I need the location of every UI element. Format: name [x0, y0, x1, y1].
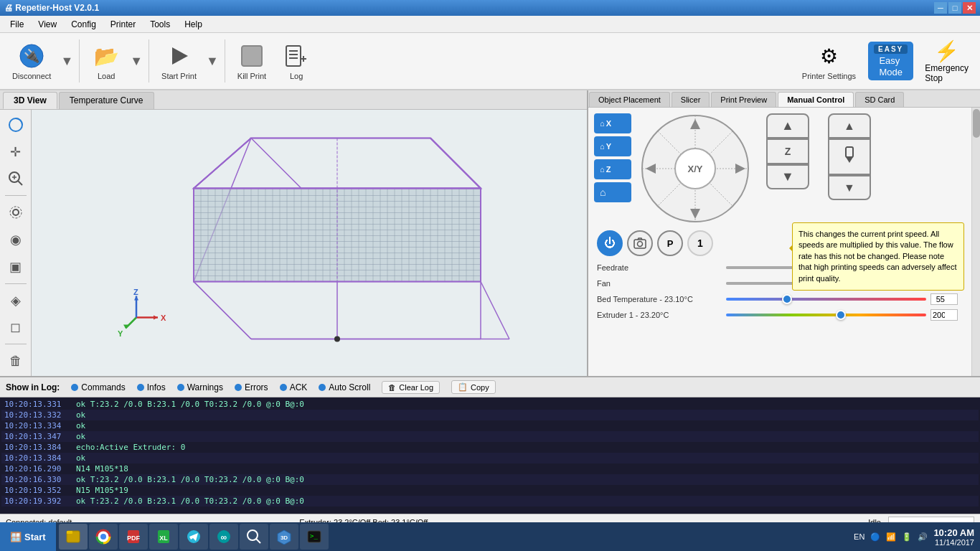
z-up-button[interactable]: ▲	[766, 113, 809, 138]
extruder-number-button[interactable]: 1	[687, 230, 713, 256]
sidebar-sep-1	[5, 195, 27, 196]
tab-3d-view[interactable]: 3D View	[3, 92, 57, 109]
disconnect-button[interactable]: 🔌 Disconnect	[6, 38, 57, 84]
taskbar-app-terminal[interactable]: >_	[300, 524, 329, 550]
printer-settings-button[interactable]: ⚙ Printer Settings	[796, 38, 862, 84]
manual-control-panel: ⌂ X ⌂ Y ⌂ Z ⌂	[588, 108, 971, 376]
tab-manual-control[interactable]: Manual Control	[778, 92, 854, 107]
log-timestamp: 10:20:13.332	[4, 410, 76, 420]
log-line: 10:20:13.384echo:Active Extruder: 0	[1, 442, 979, 453]
sidebar-rotate-icon[interactable]	[3, 113, 29, 137]
emergency-stop-button[interactable]: ⚡ EmergencyStop	[919, 37, 974, 86]
filter-commands[interactable]: Commands	[71, 382, 125, 392]
z-down-button[interactable]: ▼	[766, 164, 809, 189]
home-y-button[interactable]: ⌂ Y	[594, 136, 631, 156]
menu-printer[interactable]: Printer	[103, 18, 143, 31]
maximize-button[interactable]: □	[948, 2, 961, 14]
log-message: N14 M105*18	[76, 464, 128, 474]
taskbar-app-explorer[interactable]	[59, 524, 88, 550]
bed-temp-track[interactable]	[726, 298, 926, 301]
extruder-up-button[interactable]: ▲	[828, 113, 871, 138]
sidebar-settings-icon[interactable]	[3, 200, 29, 225]
menu-config[interactable]: Config	[64, 18, 103, 31]
easy-mode-button[interactable]: EASY EasyMode	[868, 42, 913, 80]
sidebar-light-icon[interactable]: ◉	[3, 227, 29, 252]
load-button[interactable]: 📂 Load	[85, 38, 127, 84]
tab-sd-card[interactable]: SD Card	[855, 92, 904, 107]
bed-temp-handle[interactable]	[782, 294, 792, 304]
taskbar-app-pdf[interactable]: PDF	[119, 524, 148, 550]
kill-print-button[interactable]: Kill Print	[231, 38, 273, 84]
sidebar-box-icon[interactable]: ▣	[3, 255, 29, 279]
filter-warnings-dot	[177, 384, 184, 391]
start-print-label: Start Print	[161, 72, 197, 80]
taskbar-app-search[interactable]	[240, 524, 268, 550]
filter-commands-dot	[71, 384, 78, 391]
park-button[interactable]: P	[657, 230, 683, 256]
taskbar-app-arduino[interactable]: ∞	[209, 524, 238, 550]
filter-infos[interactable]: Infos	[137, 382, 166, 392]
extruder-temp-input[interactable]	[930, 309, 958, 321]
menu-view[interactable]: View	[31, 18, 64, 31]
bed-temp-input[interactable]	[930, 293, 958, 305]
copy-log-button[interactable]: 📋 Copy	[451, 380, 496, 394]
extruder-down-button[interactable]: ▼	[828, 175, 871, 200]
svg-point-90	[334, 336, 340, 342]
taskbar-app-excel[interactable]: XL	[149, 524, 178, 550]
menu-help[interactable]: Help	[177, 18, 209, 31]
right-scrollbar[interactable]	[971, 108, 980, 376]
log-timestamp: 10:20:19.392	[4, 496, 76, 506]
home-z-button[interactable]: ⌂ Z	[594, 159, 631, 179]
log-message: ok	[76, 453, 85, 463]
log-message: ok T:23.2 /0.0 B:23.1 /0.0 T0:23.2 /0.0 …	[76, 400, 304, 409]
log-line: 10:20:13.332ok	[1, 410, 979, 420]
home-x-button[interactable]: ⌂ X	[594, 113, 631, 133]
sidebar-zoom-icon[interactable]	[3, 167, 29, 192]
sidebar-delete-icon[interactable]: 🗑	[3, 349, 29, 373]
filter-autoscroll[interactable]: Auto Scroll	[319, 382, 370, 392]
load-dropdown[interactable]: ▼	[130, 54, 143, 69]
taskbar-app-telegram[interactable]	[179, 524, 208, 550]
menu-file[interactable]: File	[3, 18, 31, 31]
filter-ack[interactable]: ACK	[280, 382, 308, 392]
home-all-button[interactable]: ⌂	[594, 182, 631, 202]
sidebar-object-icon[interactable]: ◈	[3, 288, 29, 313]
filter-warnings[interactable]: Warnings	[177, 382, 223, 392]
scrollbar-thumb[interactable]	[973, 109, 980, 138]
start-print-dropdown[interactable]: ▼	[206, 54, 219, 69]
close-button[interactable]: ✕	[963, 2, 976, 14]
sidebar-layers-icon[interactable]: ◻	[3, 315, 29, 339]
app-icon: 🖨	[4, 3, 13, 13]
log-content[interactable]: 10:20:13.331ok T:23.2 /0.0 B:23.1 /0.0 T…	[0, 397, 980, 514]
taskbar-app-3d[interactable]: 3D	[270, 524, 298, 550]
start-print-button[interactable]: Start Print	[155, 38, 203, 84]
menu-tools[interactable]: Tools	[143, 18, 177, 31]
filter-autoscroll-label: Auto Scroll	[329, 382, 370, 392]
tab-slicer[interactable]: Slicer	[672, 92, 710, 107]
camera-button[interactable]	[627, 230, 653, 256]
filter-errors[interactable]: Errors	[235, 382, 268, 392]
clear-log-button[interactable]: 🗑 Clear Log	[382, 381, 440, 394]
start-button[interactable]: 🪟 Start	[0, 522, 56, 551]
clear-log-icon: 🗑	[388, 383, 396, 392]
movement-area: ⌂ X ⌂ Y ⌂ Z ⌂	[591, 110, 969, 227]
extruder-temp-handle[interactable]	[836, 310, 846, 320]
extruder-temp-track[interactable]	[726, 314, 926, 316]
disconnect-dropdown[interactable]: ▼	[60, 54, 73, 69]
xy-control-svg[interactable]: X/Y	[640, 113, 751, 225]
taskbar-app-chrome[interactable]	[89, 524, 118, 550]
power-button[interactable]: ⏻	[597, 230, 623, 256]
disconnect-icon: 🔌	[17, 42, 46, 70]
tab-object-placement[interactable]: Object Placement	[589, 92, 670, 107]
tab-temperature-curve[interactable]: Temperature Curve	[59, 92, 154, 109]
bed-temp-row: Bed Temperature - 23.10°C	[597, 293, 963, 305]
log-button[interactable]: Log	[275, 38, 317, 84]
filter-infos-label: Infos	[147, 382, 166, 392]
log-timestamp: 10:20:16.330	[4, 475, 76, 484]
tab-print-preview[interactable]: Print Preview	[711, 92, 776, 107]
sidebar-move-icon[interactable]: ✛	[3, 140, 29, 164]
title-controls[interactable]: ─ □ ✕	[934, 2, 976, 14]
svg-text:PDF: PDF	[127, 534, 141, 542]
log-timestamp: 10:20:19.352	[4, 486, 76, 495]
minimize-button[interactable]: ─	[934, 2, 947, 14]
